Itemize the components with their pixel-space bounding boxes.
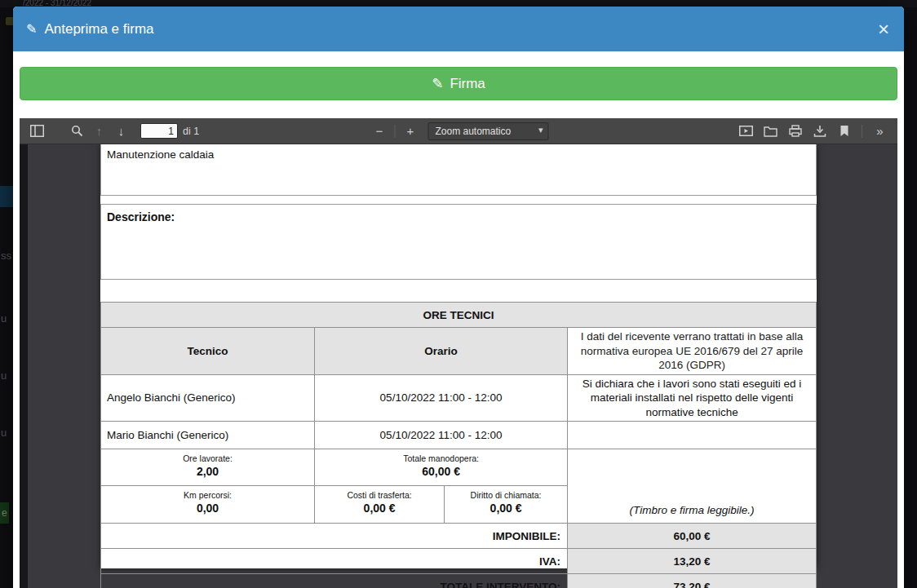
totale-manodopera-cell: Totale manodopera: 60,00 € [315,449,568,486]
download-icon [813,125,826,137]
diritto-chiamata-cell: Diritto di chiamata: 0,00 € [444,486,567,523]
imponibile-label: IMPONIBILE: [101,524,568,549]
find-button[interactable] [66,121,88,141]
preview-sign-modal: ✎ Anteprima e firma × ✎ Firma ↑ [13,7,904,588]
diritto-chiamata-label: Diritto di chiamata: [445,490,567,500]
description-label: Descrizione: [101,205,816,223]
iva-value: 13,20 € [568,549,817,574]
plus-icon: + [407,124,414,138]
zoom-in-button[interactable]: + [400,121,422,141]
secondary-toolbar-toggle-button[interactable]: » [869,121,891,141]
totale-intervento-value: 73,20 € [568,574,817,588]
table-title-row: ORE TECNICI [101,303,817,328]
page-number-input[interactable] [140,123,178,139]
table-row: Angelo Bianchi (Generico) 05/10/2022 11:… [101,374,817,422]
table-header-row: Tecnico Orario I dati del ricevente verr… [101,328,817,375]
empty-cell [568,422,817,449]
diritto-chiamata-value: 0,00 € [445,502,567,515]
bookmark-icon [839,125,849,137]
column-header-tecnico: Tecnico [101,328,315,375]
arrow-down-icon: ↓ [118,124,125,138]
totale-intervento-label: TOTALE INTERVENTO: [101,574,568,588]
costi-diritto-cell: Costi di trasferta: 0,00 € Diritto di ch… [315,486,568,524]
zoom-select-value: Zoom automatico [436,126,512,137]
pdf-viewer: ↑ ↓ di 1 − + Zoom automatico ▾ [20,118,897,588]
description-box: Descrizione: [100,204,817,280]
totale-manodopera-value: 60,00 € [315,465,567,478]
arrow-up-icon: ↑ [96,124,103,138]
iva-label: IVA: [101,549,568,574]
presentation-mode-button[interactable] [735,121,757,141]
costi-trasferta-cell: Costi di trasferta: 0,00 € [315,486,444,523]
pdf-page: Manutenzione caldaia Descrizione: ORE TE… [100,144,817,568]
km-percorsi-value: 0,00 [101,502,314,515]
km-percorsi-label: Km percorsi: [101,490,314,500]
compliance-note: Si dichiara che i lavori sono stati eseg… [568,374,817,422]
bookmark-button[interactable] [833,121,855,141]
presentation-icon [739,125,753,137]
zoom-out-button[interactable]: − [369,121,391,141]
iva-row: IVA: 13,20 € [101,549,817,574]
activity-box: Manutenzione caldaia [100,144,817,196]
activity-text: Manutenzione caldaia [101,144,816,161]
folder-icon [764,126,777,137]
download-button[interactable] [808,121,831,141]
page-count-label: di 1 [183,126,199,137]
technician-name: Angelo Bianchi (Generico) [101,374,315,422]
pencil-icon: ✎ [432,75,443,92]
totals-row-1: Ore lavorate: 2,00 Totale manodopera: 60… [101,449,817,486]
imponibile-row: IMPONIBILE: 60,00 € [101,524,817,549]
pdf-viewport: Manutenzione caldaia Descrizione: ORE TE… [20,144,897,588]
sidebar-toggle-button[interactable] [26,121,48,141]
toolbar-separator [862,125,862,138]
table-title: ORE TECNICI [101,303,817,328]
totale-manodopera-label: Totale manodopera: [315,453,567,463]
gdpr-note: I dati del ricevente verrano trattati in… [568,328,817,375]
sidebar-strip [20,144,28,588]
technician-time: 05/10/2022 11:00 - 12:00 [315,374,568,422]
next-page-button[interactable]: ↓ [110,121,132,141]
sign-button[interactable]: ✎ Firma [20,67,897,100]
ore-lavorate-value: 2,00 [101,465,314,478]
timbro-firma-note: (Timbro e firma leggibile.) [568,449,817,524]
toolbar-separator [395,125,396,138]
modal-title: Anteprima e firma [44,21,153,38]
close-icon[interactable]: × [876,20,891,39]
technician-time: 05/10/2022 11:00 - 12:00 [315,422,568,449]
minus-icon: − [376,124,383,138]
pdf-toolbar: ↑ ↓ di 1 − + Zoom automatico ▾ [20,118,897,144]
pencil-icon: ✎ [26,21,37,37]
print-button[interactable] [784,121,806,141]
chevron-double-icon: » [876,124,883,138]
imponibile-value: 60,00 € [568,524,817,549]
modal-header: ✎ Anteprima e firma × [13,7,904,51]
sidebar-toggle-icon [30,125,44,137]
open-file-button[interactable] [760,121,782,141]
ore-lavorate-label: Ore lavorate: [101,453,314,463]
ore-lavorate-cell: Ore lavorate: 2,00 [101,449,315,486]
zoom-select[interactable]: Zoom automatico ▾ [428,122,549,140]
sign-button-label: Firma [450,76,485,92]
km-percorsi-cell: Km percorsi: 0,00 [101,486,315,524]
ore-tecnici-table: ORE TECNICI Tecnico Orario I dati del ri… [100,302,817,588]
technician-name: Mario Bianchi (Generico) [101,422,315,449]
totale-row: TOTALE INTERVENTO: 73,20 € [101,574,817,588]
costi-trasferta-value: 0,00 € [315,502,444,515]
previous-page-button[interactable]: ↑ [88,121,110,141]
column-header-orario: Orario [315,328,568,375]
table-row: Mario Bianchi (Generico) 05/10/2022 11:0… [101,422,817,449]
modal-body: ✎ Firma ↑ ↓ di 1 [13,51,904,588]
search-icon [71,125,83,137]
printer-icon [789,125,802,137]
costi-trasferta-label: Costi di trasferta: [315,490,444,500]
chevron-down-icon: ▾ [538,125,543,135]
